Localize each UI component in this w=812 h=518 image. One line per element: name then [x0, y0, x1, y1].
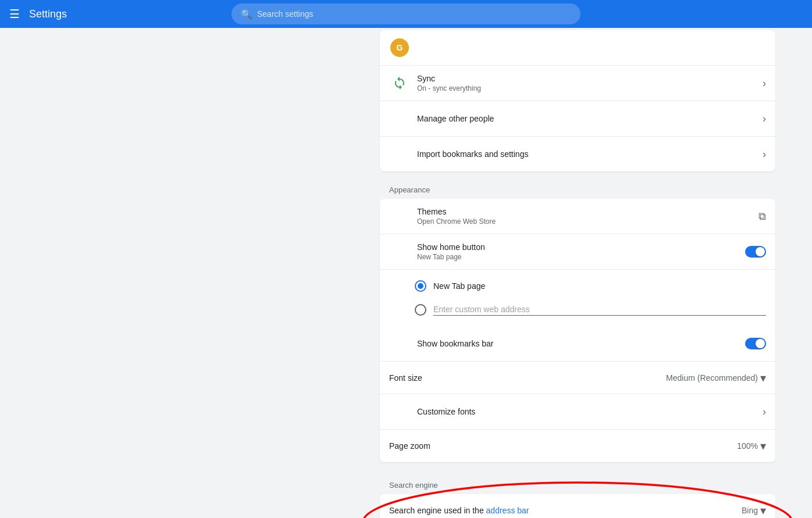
search-engine-card: Search engine used in the address bar Bi…	[380, 494, 775, 518]
bookmarks-bar-text: Show bookmarks bar	[417, 339, 745, 348]
search-engine-row[interactable]: Search engine used in the address bar Bi…	[380, 494, 775, 518]
avatar-icon: G	[389, 37, 410, 58]
search-icon: 🔍	[241, 9, 252, 20]
home-button-subtitle: New Tab page	[417, 253, 745, 261]
custom-url-radio[interactable]	[415, 304, 426, 316]
page-zoom-label: Page zoom	[389, 441, 737, 451]
import-chevron: ›	[763, 148, 766, 160]
font-size-row[interactable]: Font size Medium (Recommended) ▾	[380, 362, 775, 394]
manage-people-label: Manage other people	[417, 114, 763, 123]
menu-icon[interactable]: ☰	[9, 7, 20, 21]
sync-text: Sync On - sync everything	[417, 74, 763, 92]
page-zoom-select[interactable]: 100% ▾	[737, 439, 766, 453]
custom-url-radio-item[interactable]	[415, 298, 766, 321]
home-button-radio-group: New Tab page	[380, 270, 775, 326]
bookmarks-icon-space	[389, 333, 410, 354]
home-icon-space	[389, 241, 410, 262]
import-bookmarks-row[interactable]: Import bookmarks and settings ›	[380, 137, 775, 172]
themes-subtitle: Open Chrome Web Store	[417, 217, 758, 226]
bookmarks-bar-row[interactable]: Show bookmarks bar	[380, 326, 775, 362]
themes-row[interactable]: Themes Open Chrome Web Store ⧉	[380, 199, 775, 234]
external-link-icon: ⧉	[758, 210, 766, 223]
sync-row[interactable]: Sync On - sync everything ›	[380, 66, 775, 101]
appearance-card: Themes Open Chrome Web Store ⧉ Show home…	[380, 199, 775, 462]
topbar-title: Settings	[29, 8, 67, 20]
manage-people-text: Manage other people	[417, 114, 763, 123]
search-engine-section-label: Search engine	[380, 471, 775, 494]
font-size-label: Font size	[389, 373, 666, 383]
home-button-text: Show home button New Tab page	[417, 242, 745, 261]
manage-people-row[interactable]: Manage other people ›	[380, 101, 775, 137]
themes-text: Themes Open Chrome Web Store	[417, 207, 758, 226]
show-home-button-row[interactable]: Show home button New Tab page	[380, 234, 775, 270]
search-engine-value: Bing	[742, 506, 758, 515]
sync-chevron: ›	[763, 77, 766, 90]
sync-title: Sync	[417, 74, 763, 83]
customize-fonts-label: Customize fonts	[417, 407, 763, 416]
manage-people-chevron: ›	[763, 113, 766, 125]
sync-icon-container	[389, 73, 410, 94]
import-icon-space	[389, 144, 410, 165]
bookmarks-bar-toggle[interactable]	[745, 338, 766, 349]
sync-icon	[393, 76, 407, 90]
search-engine-wrapper: Search engine used in the address bar Bi…	[380, 494, 775, 518]
topbar: ☰ Settings 🔍	[0, 0, 812, 28]
search-engine-used-text: Search engine used in the	[389, 506, 484, 515]
page-zoom-value: 100%	[737, 441, 758, 451]
account-row[interactable]: G	[380, 30, 775, 66]
font-size-value: Medium (Recommended)	[666, 373, 758, 383]
search-engine-select[interactable]: Bing ▾	[742, 503, 766, 517]
customize-fonts-row[interactable]: Customize fonts ›	[380, 394, 775, 430]
new-tab-label: New Tab page	[433, 281, 485, 291]
themes-icon-space	[389, 206, 410, 227]
user-avatar: G	[390, 38, 409, 57]
import-text: Import bookmarks and settings	[417, 149, 763, 159]
search-engine-label: Search engine used in the address bar	[389, 506, 742, 515]
manage-people-icon-space	[389, 108, 410, 129]
import-label: Import bookmarks and settings	[417, 149, 763, 159]
custom-url-input[interactable]	[433, 303, 766, 316]
font-size-arrow: ▾	[760, 371, 766, 385]
search-engine-arrow: ▾	[760, 503, 766, 517]
new-tab-radio-item[interactable]: New Tab page	[415, 274, 766, 298]
settings-panel: G Sync On - sync everything ›	[380, 28, 775, 518]
page-zoom-arrow: ▾	[760, 439, 766, 453]
page-zoom-row[interactable]: Page zoom 100% ▾	[380, 430, 775, 462]
new-tab-radio[interactable]	[415, 280, 426, 292]
home-button-title: Show home button	[417, 242, 745, 252]
themes-title: Themes	[417, 207, 758, 216]
home-button-toggle[interactable]	[745, 246, 766, 258]
account-card: G Sync On - sync everything ›	[380, 30, 775, 172]
font-size-select[interactable]: Medium (Recommended) ▾	[666, 371, 766, 385]
bookmarks-bar-label: Show bookmarks bar	[417, 339, 745, 348]
address-bar-link[interactable]: address bar	[486, 506, 529, 515]
customize-fonts-text: Customize fonts	[417, 407, 763, 416]
search-bar: 🔍	[232, 3, 580, 24]
search-input[interactable]	[257, 9, 571, 19]
sync-subtitle: On - sync everything	[417, 84, 763, 92]
main-content: G Sync On - sync everything ›	[0, 28, 812, 518]
appearance-section-label: Appearance	[380, 176, 775, 199]
customize-fonts-chevron: ›	[763, 406, 766, 418]
fonts-icon-space	[389, 401, 410, 422]
